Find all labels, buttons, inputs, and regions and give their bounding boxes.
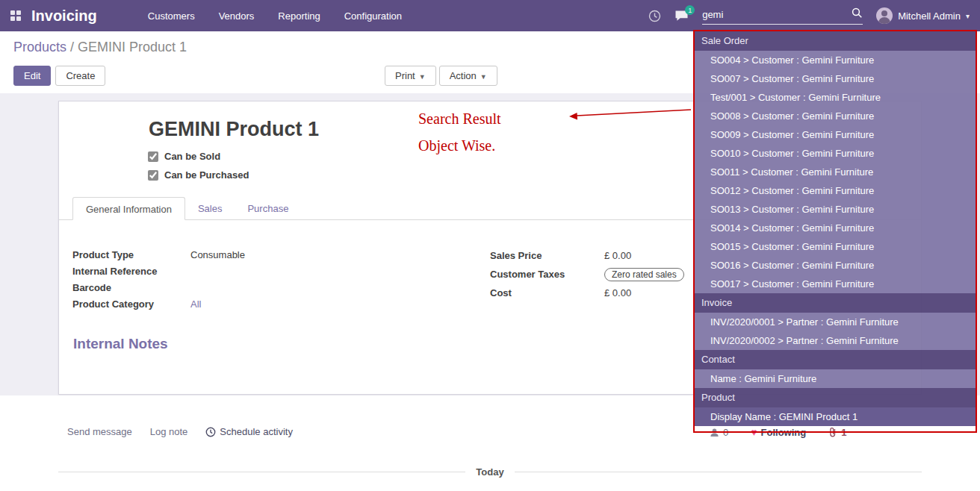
print-dropdown-button[interactable]: Print▼: [385, 66, 436, 86]
field-sales-price: Sales Price £ 0.00: [490, 246, 684, 265]
search-result-item[interactable]: SO008 > Customer : Gemini Furniture: [695, 107, 976, 125]
search-result-item[interactable]: SO014 > Customer : Gemini Furniture: [695, 219, 976, 237]
chatter-actions: Send message Log note Schedule activity: [67, 426, 293, 437]
screen: Invoicing Customers Vendors Reporting Co…: [0, 0, 980, 491]
search-result-item[interactable]: SO007 > Customer : Gemini Furniture: [695, 69, 976, 88]
search-icon[interactable]: [852, 7, 863, 22]
search-result-item[interactable]: SO010 > Customer : Gemini Furniture: [695, 144, 976, 163]
search-result-item[interactable]: SO016 > Customer : Gemini Furniture: [695, 256, 976, 275]
main-menu: Customers Vendors Reporting Configuratio…: [137, 2, 412, 30]
product-title: GEMINI Product 1: [149, 118, 319, 141]
caret-down-icon: ▾: [966, 12, 970, 20]
search-result-item[interactable]: SO012 > Customer : Gemini Furniture: [695, 181, 976, 200]
action-dropdown-button[interactable]: Action▼: [439, 66, 497, 86]
app-title[interactable]: Invoicing: [31, 7, 97, 25]
fields-left-column: Product Type Consumable Internal Referen…: [72, 246, 245, 312]
group-header-sale-order: Sale Order: [695, 31, 976, 51]
clock-icon: [205, 427, 216, 437]
tax-tag: Zero rated sales: [604, 268, 684, 281]
search-result-item[interactable]: Name : Gemini Furniture: [695, 369, 976, 388]
messages-icon[interactable]: 1: [674, 10, 689, 22]
send-message-button[interactable]: Send message: [67, 426, 132, 437]
tab-purchase[interactable]: Purchase: [235, 197, 301, 219]
field-customer-taxes: Customer Taxes Zero rated sales: [490, 265, 684, 284]
tab-sales[interactable]: Sales: [185, 197, 235, 219]
action-buttons: Print▼ Action▼: [385, 66, 497, 86]
apps-grid-icon[interactable]: [10, 10, 21, 21]
group-header-product: Product: [695, 388, 976, 407]
fields-right-column: Sales Price £ 0.00 Customer Taxes Zero r…: [490, 246, 684, 302]
breadcrumb-current: GEMINI Product 1: [78, 40, 187, 54]
caret-down-icon: ▼: [419, 73, 426, 81]
search-input[interactable]: [702, 9, 852, 20]
search-result-item[interactable]: SO015 > Customer : Gemini Furniture: [695, 237, 976, 256]
product-category-link[interactable]: All: [190, 298, 201, 310]
top-navbar: Invoicing Customers Vendors Reporting Co…: [0, 0, 980, 31]
breadcrumb: Products / GEMINI Product 1: [13, 40, 187, 55]
messages-badge: 1: [685, 5, 695, 15]
caret-down-icon: ▼: [480, 73, 487, 81]
search-result-item[interactable]: SO013 > Customer : Gemini Furniture: [695, 200, 976, 219]
user-name: Mitchell Admin: [898, 10, 961, 22]
can-be-purchased-label: Can be Purchased: [164, 169, 249, 181]
annotation-line1: Search Result: [418, 110, 501, 128]
group-header-contact: Contact: [695, 350, 976, 369]
date-divider: Today: [58, 466, 922, 478]
user-menu[interactable]: Mitchell Admin ▾: [876, 7, 970, 24]
can-be-purchased-row: Can be Purchased: [148, 169, 249, 181]
internal-notes-heading: Internal Notes: [73, 336, 168, 352]
search-result-item-selected[interactable]: Display Name : GEMINI Product 1: [695, 407, 976, 426]
create-button[interactable]: Create: [55, 66, 105, 86]
field-product-category: Product Category All: [72, 295, 245, 312]
tab-general-information[interactable]: General Information: [72, 197, 185, 220]
can-be-purchased-checkbox[interactable]: [148, 170, 158, 181]
field-internal-reference: Internal Reference: [72, 263, 245, 279]
breadcrumb-products[interactable]: Products: [13, 40, 66, 54]
log-note-button[interactable]: Log note: [150, 426, 188, 437]
can-be-sold-checkbox[interactable]: [148, 151, 158, 162]
search-result-item[interactable]: INV/2020/0002 > Partner : Gemini Furnitu…: [695, 331, 976, 350]
record-buttons: Edit Create: [13, 66, 105, 86]
field-product-type: Product Type Consumable: [72, 246, 245, 263]
menu-vendors[interactable]: Vendors: [208, 2, 265, 30]
activity-clock-icon[interactable]: [648, 10, 661, 22]
annotation-line2: Object Wise.: [418, 137, 495, 154]
navbar-right: 1 Mitchell Admin ▾: [648, 7, 970, 25]
menu-reporting[interactable]: Reporting: [267, 2, 330, 30]
schedule-activity-button[interactable]: Schedule activity: [205, 426, 293, 437]
search-result-item[interactable]: SO011 > Customer : Gemini Furniture: [695, 163, 976, 181]
menu-customers[interactable]: Customers: [137, 2, 205, 30]
search-result-item[interactable]: SO004 > Customer : Gemini Furniture: [695, 51, 976, 69]
can-be-sold-row: Can be Sold: [148, 151, 220, 162]
global-search: [702, 7, 863, 25]
group-header-invoice: Invoice: [695, 293, 976, 313]
edit-button[interactable]: Edit: [13, 66, 51, 86]
field-cost: Cost £ 0.00: [490, 284, 684, 302]
user-avatar: [876, 7, 893, 24]
can-be-sold-label: Can be Sold: [164, 151, 220, 162]
menu-configuration[interactable]: Configuration: [334, 2, 412, 30]
search-result-item[interactable]: SO017 > Customer : Gemini Furniture: [695, 275, 976, 293]
field-barcode: Barcode: [72, 279, 245, 295]
search-results-dropdown: Sale Order SO004 > Customer : Gemini Fur…: [693, 30, 977, 433]
search-result-item[interactable]: Test/001 > Customer : Gemini Furniture: [695, 88, 976, 107]
search-result-item[interactable]: INV/2020/0001 > Partner : Gemini Furnitu…: [695, 313, 976, 331]
search-result-item[interactable]: SO009 > Customer : Gemini Furniture: [695, 125, 976, 144]
